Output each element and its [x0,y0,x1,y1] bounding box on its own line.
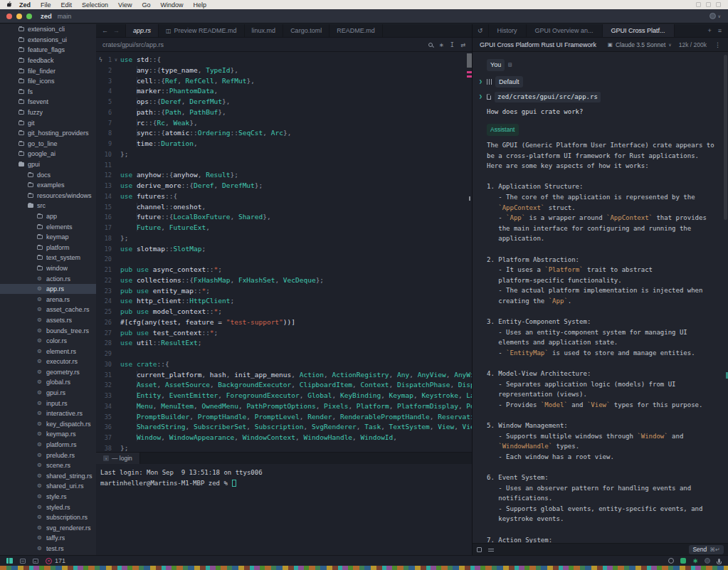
collab-panel-toggle[interactable] [20,559,26,564]
tree-item-file_finder[interactable]: file_finder [0,65,96,76]
chat-scrollbar[interactable] [724,55,727,220]
apple-menu-icon[interactable] [6,1,14,8]
menu-item-edit[interactable]: Edit [56,1,78,9]
tree-item-git[interactable]: git [0,117,96,128]
conversation[interactable]: You ▤ ❯ Default ❯ zed/crates/gpui/src/ap… [473,52,728,543]
project-name[interactable]: zed [41,12,52,20]
menu-icon[interactable]: ≡ [718,27,722,34]
default-prompt-label[interactable]: Default [495,76,523,88]
tree-item-subscription.rs[interactable]: ⚙subscription.rs [0,512,96,523]
tree-item-asset_cache.rs[interactable]: ⚙asset_cache.rs [0,305,96,315]
tree-item-file_icons[interactable]: file_icons [0,76,96,87]
tree-item-scene.rs[interactable]: ⚙scene.rs [0,460,96,471]
menu-item-window[interactable]: Window [155,1,188,9]
tree-item-gpui.rs[interactable]: ⚙gpui.rs [0,388,96,399]
new-chat-button[interactable]: + [707,27,711,34]
breadcrumb[interactable]: crates/gpui/src/app.rs [102,41,164,48]
user-message-header[interactable]: You ▤ [487,59,728,71]
menu-item-go[interactable]: Go [137,1,155,9]
terminal-panel-toggle[interactable] [33,559,38,564]
tree-item-resources/windows[interactable]: resources/windows [0,191,96,201]
tree-item-element.rs[interactable]: ⚙element.rs [0,346,96,357]
conversation-title[interactable]: GPUI Cross Platform Rust UI Framework [480,41,603,48]
context-icon[interactable]: ▤ [508,60,512,70]
tree-item-keymap.rs[interactable]: ⚙keymap.rs [0,429,96,440]
tree-item-prelude.rs[interactable]: ⚙prelude.rs [0,450,96,460]
tree-item-extension_cli[interactable]: extension_cli [0,24,96,35]
chevron-right-icon[interactable]: ❯ [478,92,483,102]
tree-item-keymap[interactable]: keymap [0,232,96,243]
assistant-tab-history[interactable]: History [489,24,527,37]
context-file-path[interactable]: zed/crates/gpui/src/app.rs [495,92,601,102]
terminal-panel[interactable]: › — login Last login: Mon Sep 9 13:51:18… [96,452,472,555]
collab-menu[interactable]: ∨ [709,13,721,19]
tree-item-bounds_tree.rs[interactable]: ⚙bounds_tree.rs [0,325,96,336]
tree-item-platform.rs[interactable]: ⚙platform.rs [0,440,96,450]
tree-item-platform[interactable]: platform [0,242,96,253]
tree-item-shared_string.rs[interactable]: ⚙shared_string.rs [0,471,96,482]
nav-forward-button[interactable]: → [113,27,120,34]
tree-item-style.rs[interactable]: ⚙style.rs [0,492,96,502]
tree-item-fsevent[interactable]: fsevent [0,97,96,107]
tree-item-arena.rs[interactable]: ⚙arena.rs [0,294,96,305]
diagnostics-indicator[interactable]: × 171 [46,557,65,564]
tree-item-window[interactable]: window [0,263,96,274]
inline-assist-icon[interactable]: ∗ [439,41,444,48]
minimize-window-button[interactable] [16,14,22,19]
tree-item-feedback[interactable]: feedback [0,56,96,66]
tab-readme-md[interactable]: README.md [329,24,383,37]
assistant-tab-gpui-overview-an-[interactable]: GPUI Overview an... [527,24,603,37]
tree-item-git_hosting_providers[interactable]: git_hosting_providers [0,128,96,139]
close-window-button[interactable] [6,14,12,19]
you-label[interactable]: You [487,59,505,71]
message-composer[interactable]: Send ⌘↵ [473,543,728,555]
tree-item-text_system[interactable]: text_system [0,253,96,263]
terminal-output[interactable]: Last login: Mon Sep 9 13:51:18 on ttys00… [96,464,472,492]
tree-item-google_ai[interactable]: google_ai [0,149,96,159]
model-selector[interactable]: ▣ Claude 3.5 Sonnet ∨ [608,41,672,48]
editor-scrollbar[interactable] [467,53,472,68]
context-file-row[interactable]: ❯ zed/crates/gpui/src/app.rs [478,92,728,102]
tree-item-examples[interactable]: examples [0,180,96,191]
tree-item-go_to_line[interactable]: go_to_line [0,139,96,149]
history-icon[interactable]: ↺ [473,24,489,37]
tree-item-test.rs[interactable]: ⚙test.rs [0,544,96,554]
tree-item-src[interactable]: src [0,201,96,211]
assistant-tab-gpui-cross-platf-[interactable]: GPUI Cross Platf... [603,24,675,37]
project-panel[interactable]: extension_cliextensions_uifeature_flagsf… [0,24,96,555]
tree-item-styled.rs[interactable]: ⚙styled.rs [0,502,96,512]
prompt-library-row[interactable]: ❯ Default [478,76,728,88]
menu-item-selection[interactable]: Selection [77,1,113,9]
mic-icon[interactable] [718,559,720,563]
tree-item-svg_renderer.rs[interactable]: ⚙svg_renderer.rs [0,523,96,534]
zoom-window-button[interactable] [26,14,32,19]
tree-item-global.rs[interactable]: ⚙global.rs [0,377,96,388]
tree-item-extensions_ui[interactable]: extensions_ui [0,35,96,46]
toggle-icon[interactable]: ⇄ [460,41,465,48]
project-panel-toggle[interactable] [6,558,13,564]
tab-linux-md[interactable]: linux.md [245,24,284,37]
tree-item-action.rs[interactable]: ⚙action.rs [0,273,96,284]
tree-item-docs[interactable]: docs [0,169,96,180]
tree-item-color.rs[interactable]: ⚙color.rs [0,336,96,347]
tree-item-elements[interactable]: elements [0,221,96,232]
terminal-tab[interactable]: › — login [96,453,140,464]
tree-item-shared_uri.rs[interactable]: ⚙shared_uri.rs [0,481,96,492]
record-icon[interactable] [705,558,710,564]
search-icon[interactable] [428,43,433,47]
tree-item-fs[interactable]: fs [0,87,96,97]
tree-item-app.rs[interactable]: ⚙app.rs [0,284,96,295]
tree-item-key_dispatch.rs[interactable]: ⚙key_dispatch.rs [0,419,96,430]
tab-app-rs[interactable]: app.rs [126,24,159,37]
more-options-icon[interactable]: ⋮ [714,41,721,48]
tree-item-interactive.rs[interactable]: ⚙interactive.rs [0,408,96,419]
menu-item-help[interactable]: Help [188,1,211,9]
nav-back-button[interactable]: ← [102,27,108,34]
tree-item-geometry.rs[interactable]: ⚙geometry.rs [0,367,96,378]
tree-item-executor.rs[interactable]: ⚙executor.rs [0,357,96,367]
text-cursor-icon[interactable]: I [450,41,454,48]
tree-item-taffy.rs[interactable]: ⚙taffy.rs [0,533,96,544]
code-editor[interactable]: ϟ 1∨use std::{2 any::{type_name, TypeId}… [96,52,472,452]
tab-cargo-toml[interactable]: Cargo.toml [283,24,329,37]
send-button[interactable]: Send ⌘↵ [689,545,724,554]
